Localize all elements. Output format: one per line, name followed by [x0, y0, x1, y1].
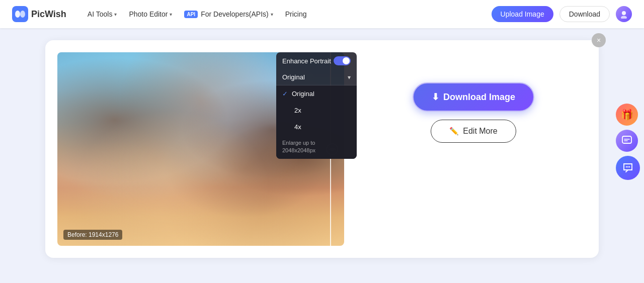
- download-header-button[interactable]: Download: [559, 6, 610, 22]
- chevron-down-icon: ▾: [114, 12, 117, 17]
- nav-item-developers[interactable]: API For Developers(APIs) ▾: [179, 7, 278, 21]
- nav-item-pricing[interactable]: Pricing: [280, 7, 312, 21]
- right-panel: ⬇ Download Image ✏️ Edit More: [360, 52, 587, 143]
- edit-more-button[interactable]: ✏️ Edit More: [431, 120, 516, 143]
- edit-more-label: Edit More: [463, 127, 497, 136]
- svg-point-7: [627, 166, 628, 167]
- close-button[interactable]: ×: [592, 33, 606, 47]
- size-option-2x-label: 2x: [294, 107, 301, 114]
- size-option-2x[interactable]: 2x: [276, 102, 357, 119]
- size-option-4x-label: 4x: [294, 123, 301, 131]
- size-option-original-label: Original: [292, 90, 314, 98]
- brand-name: PicWish: [31, 9, 66, 20]
- edit-more-icon: ✏️: [449, 127, 459, 136]
- upload-image-button[interactable]: Upload Image: [492, 6, 553, 22]
- close-icon: ×: [597, 36, 601, 44]
- size-selector: Original ▾ ✓ Original 2x: [276, 69, 357, 159]
- side-float-buttons: 🎁: [616, 104, 644, 180]
- feedback-button[interactable]: [616, 130, 638, 152]
- svg-point-4: [621, 16, 627, 19]
- enhance-toggle-bar: Enhance Portrait: [276, 52, 357, 69]
- header: PicWish AI Tools ▾ Photo Editor ▾ API Fo…: [0, 0, 644, 28]
- download-image-label: Download Image: [443, 92, 515, 103]
- main-nav: AI Tools ▾ Photo Editor ▾ API For Develo…: [83, 7, 492, 21]
- size-option-4x[interactable]: 4x: [276, 119, 357, 135]
- svg-point-2: [20, 11, 25, 18]
- svg-point-1: [15, 11, 20, 18]
- size-sub-value: 2048x2048px: [282, 147, 315, 153]
- chevron-down-icon: ▾: [170, 12, 172, 17]
- before-label: Before: 1914x1276: [63, 230, 122, 240]
- api-badge: API: [184, 11, 198, 18]
- chat-button[interactable]: [616, 156, 640, 180]
- main-content: × ◀▶ Before: 1914x1276 Enhance Portrait …: [0, 28, 644, 283]
- nav-item-photo-editor[interactable]: Photo Editor ▾: [124, 7, 177, 21]
- header-actions: Upload Image Download: [492, 6, 632, 22]
- nav-label-developers: For Developers(APIs): [201, 10, 269, 18]
- size-sub-text: Enlarge up to: [282, 140, 315, 146]
- size-options: ✓ Original 2x 4x Enlarge up to: [276, 85, 357, 159]
- checkmark-icon: ✓: [282, 90, 288, 98]
- size-sub-label: Enlarge up to 2048x2048px: [276, 135, 357, 159]
- svg-point-3: [622, 11, 626, 15]
- logo[interactable]: PicWish: [12, 6, 66, 22]
- image-wrapper: ◀▶ Before: 1914x1276 Enhance Portrait Or…: [57, 52, 344, 246]
- svg-point-6: [626, 166, 627, 167]
- enhance-toggle[interactable]: [334, 56, 351, 65]
- nav-label-photo-editor: Photo Editor: [129, 10, 168, 18]
- editor-card: × ◀▶ Before: 1914x1276 Enhance Portrait …: [45, 40, 599, 258]
- download-image-button[interactable]: ⬇ Download Image: [413, 82, 534, 112]
- chevron-down-icon: ▾: [348, 74, 351, 81]
- chevron-down-icon: ▾: [271, 12, 273, 17]
- svg-point-8: [629, 166, 630, 167]
- logo-icon: [12, 6, 28, 22]
- size-dropdown-overlay: Enhance Portrait Original ▾ ✓ Original: [276, 52, 357, 159]
- avatar[interactable]: [616, 6, 632, 22]
- nav-item-ai-tools[interactable]: AI Tools ▾: [83, 7, 122, 21]
- nav-label-ai-tools: AI Tools: [88, 10, 113, 18]
- nav-label-pricing: Pricing: [285, 10, 307, 18]
- gift-button[interactable]: 🎁: [616, 104, 638, 126]
- svg-rect-5: [622, 136, 631, 143]
- size-option-original[interactable]: ✓ Original: [276, 85, 357, 102]
- download-icon: ⬇: [432, 91, 439, 103]
- size-current-label: Original: [282, 73, 305, 81]
- enhance-label: Enhance Portrait: [282, 57, 331, 65]
- size-current[interactable]: Original ▾: [276, 69, 357, 85]
